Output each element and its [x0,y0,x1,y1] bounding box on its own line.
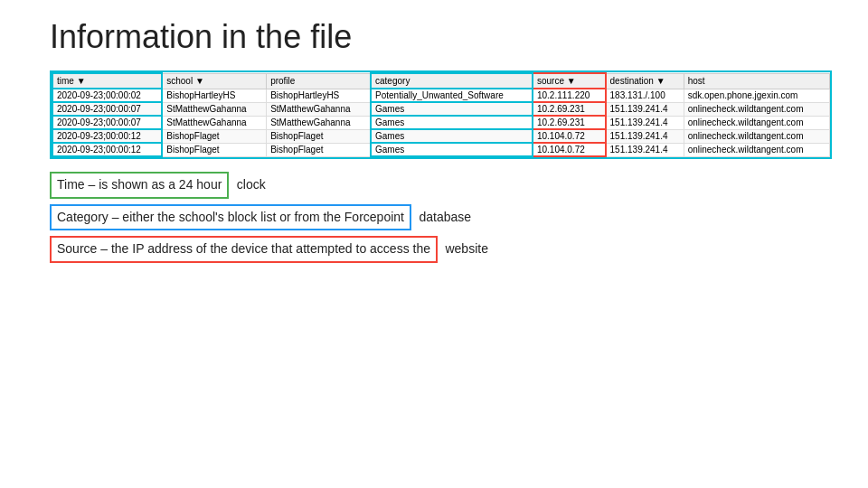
time-info-box: Time – is shown as a 24 hour clock [50,172,832,199]
table-cell: 151.139.241.4 [606,129,684,143]
table-cell: BishopHartleyHS [162,89,266,102]
table-row: 2020-09-23;00:00:12BishopFlagetBishopFla… [52,129,830,143]
col-header-source: source ▼ [533,73,606,89]
data-table: time ▼ school ▼ profile category source … [52,72,830,157]
info-section: Time – is shown as a 24 hour clock Categ… [50,172,832,263]
table-cell: onlinecheck.wildtangent.com [684,143,829,156]
table-cell: 10.104.0.72 [533,143,606,156]
table-cell: StMatthewGahanna [162,116,266,129]
table-cell: BishopFlaget [162,143,266,156]
table-cell: 151.139.241.4 [606,116,684,129]
col-header-destination: destination ▼ [606,73,684,89]
table-cell: 10.104.0.72 [533,129,606,143]
category-info-continued: database [415,210,471,224]
table-cell: 2020-09-23;00:00:07 [52,116,162,129]
table-cell: 151.139.241.4 [606,102,684,116]
time-info-continued: clock [233,177,266,192]
col-header-host: host [684,73,829,89]
col-header-category: category [371,73,533,89]
table-cell: 10.2.69.231 [533,116,606,129]
table-row: 2020-09-23;00:00:02BishopHartleyHSBishop… [52,89,830,102]
data-table-container: time ▼ school ▼ profile category source … [50,70,832,159]
table-cell: Potentially_Unwanted_Software [371,89,533,102]
table-cell: BishopFlaget [162,129,266,143]
table-cell: onlinecheck.wildtangent.com [684,116,829,129]
table-cell: onlinecheck.wildtangent.com [684,102,829,116]
table-cell: 2020-09-23;00:00:12 [52,129,162,143]
table-cell: 151.139.241.4 [606,143,684,156]
col-header-time: time ▼ [52,73,162,89]
table-cell: StMatthewGahanna [162,102,266,116]
table-cell: Games [371,143,533,156]
category-info-box: Category – either the school's block lis… [50,204,832,231]
table-cell: StMatthewGahanna [267,102,371,116]
table-cell: sdk.open.phone.jgexin.com [684,89,829,102]
source-info-continued: website [441,241,487,256]
category-info-label: Category – either the school's block lis… [50,204,411,231]
table-cell: 183.131./.100 [606,89,684,102]
table-cell: StMatthewGahanna [267,116,371,129]
table-cell: Games [371,102,533,116]
col-header-profile: profile [267,73,371,89]
col-header-school: school ▼ [162,73,266,89]
time-info-label: Time – is shown as a 24 hour [50,172,229,199]
table-row: 2020-09-23;00:00:07StMatthewGahannaStMat… [52,102,830,116]
table-cell: 10.2.111.220 [533,89,606,102]
table-cell: BishopFlaget [267,129,371,143]
table-cell: 2020-09-23;00:00:12 [52,143,162,156]
source-info-label: Source – the IP address of the device th… [50,236,438,263]
table-row: 2020-09-23;00:00:07StMatthewGahannaStMat… [52,116,830,129]
source-info-box: Source – the IP address of the device th… [50,236,832,263]
table-cell: BishopHartleyHS [267,89,371,102]
table-row: 2020-09-23;00:00:12BishopFlagetBishopFla… [52,143,830,156]
slide-title: Information in the file [50,18,832,56]
table-cell: 10.2.69.231 [533,102,606,116]
table-cell: 2020-09-23;00:00:02 [52,89,162,102]
table-cell: BishopFlaget [267,143,371,156]
table-cell: onlinecheck.wildtangent.com [684,129,829,143]
table-cell: 2020-09-23;00:00:07 [52,102,162,116]
table-cell: Games [371,116,533,129]
table-cell: Games [371,129,533,143]
